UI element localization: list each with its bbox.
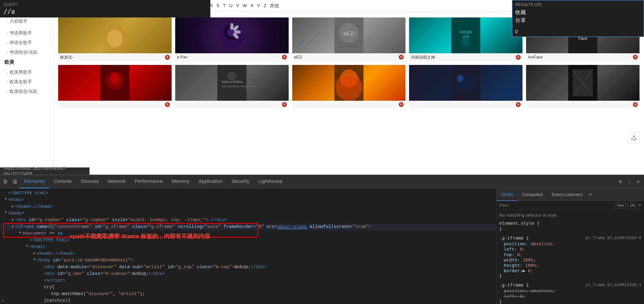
results-panel: RESULTS (25) 收藏 分享 0 [512, 0, 644, 37]
sidebar-item-settled[interactable]: 入驻歌手 [0, 16, 54, 26]
artist-card-9[interactable]: A [409, 65, 522, 108]
sidebar-item-cn-group[interactable]: 华语组合/乐队 [0, 48, 54, 57]
code-line-head2[interactable]: ▶ <head>…</head> [0, 251, 496, 257]
artist-thumb-10 [526, 65, 640, 101]
tab-memory[interactable]: Memory [168, 175, 194, 188]
settings-btn[interactable]: ⚙ [616, 178, 624, 186]
code-line-doctype: <!DOCTYPE html> [0, 190, 496, 197]
results-item-2[interactable]: 分享 [515, 16, 641, 25]
nav-v[interactable]: V [234, 2, 241, 9]
top-button[interactable]: ▲ TOP [628, 132, 640, 143]
styles-filter-input[interactable] [499, 203, 613, 208]
url-bar: https://music.163.com/artist?id=12127409 [0, 167, 90, 175]
styles-tab-styles[interactable]: Styles [496, 188, 518, 201]
tab-sources[interactable]: Sources [76, 175, 103, 188]
close-devtools-btn[interactable]: ✕ [634, 178, 642, 186]
nav-other[interactable]: 其他 [268, 2, 280, 10]
nav-z[interactable]: Z [262, 2, 268, 9]
svg-point-32 [338, 76, 360, 90]
nav-x[interactable]: X [249, 2, 255, 9]
nav-s[interactable]: S [214, 2, 221, 9]
artist-card-7[interactable]: МаБнал М43Бlка MAULIAN MUSIC PRODUCTION … [175, 65, 289, 108]
style-rule-g-iframe-2: .g-iframe { pt_frame_6f…ea90224dd:1 posi… [499, 282, 641, 304]
tab-application[interactable]: Application [194, 175, 227, 188]
artist-thumb-6 [58, 65, 172, 101]
results-count: 0 [515, 29, 641, 35]
artist-thumb-8 [292, 65, 406, 101]
tab-console[interactable]: Console [49, 175, 76, 188]
more-options-btn[interactable]: ⋮ [625, 178, 633, 186]
svg-text:Face: Face [578, 36, 588, 41]
nav-w[interactable]: W [241, 2, 249, 9]
cls-badge[interactable]: .cls [628, 202, 636, 208]
tab-performance[interactable]: Performance [130, 175, 168, 188]
top-label: TOP [631, 138, 637, 141]
svg-point-35 [457, 75, 464, 82]
code-line-matchnav: top.matchNav("discover", "artist"); [0, 291, 496, 298]
styles-more-btn[interactable]: » [587, 192, 594, 197]
artist-card-1[interactable]: 林加弦- A [58, 18, 172, 61]
styles-panel: Styles Computed Event Listeners » :hov .… [496, 188, 644, 304]
query-panel: QUERY //a [0, 0, 210, 18]
device-mode-btn[interactable] [11, 178, 19, 186]
artist-card-10[interactable]: A [526, 65, 640, 108]
artist-badge-4: A [516, 55, 521, 60]
artist-card-2[interactable]: α·Pav A [175, 18, 289, 61]
code-line-body[interactable]: ▼ <body> [0, 210, 496, 217]
code-line-topbar[interactable]: ▶ <div id="g-topbar" class="g-topbar" st… [0, 217, 496, 224]
code-line-html[interactable]: ▼ <html> [0, 197, 496, 204]
svg-point-28 [227, 72, 236, 81]
add-style-btn[interactable]: + [638, 203, 641, 208]
sidebar-item-cn-female[interactable]: 华语女歌手 [0, 38, 54, 48]
results-item-1[interactable]: 收藏 [515, 8, 641, 16]
inspect-element-btn[interactable] [2, 178, 10, 186]
svg-text:aEZi: aEZi [343, 31, 354, 37]
nav-y[interactable]: Y [255, 2, 262, 9]
artist-name-1: 林加弦- [60, 55, 74, 60]
artist-info-9: A [409, 101, 522, 108]
svg-point-9 [234, 30, 241, 34]
sidebar-item-w-group[interactable]: 欧美组合/乐队 [0, 87, 54, 96]
artist-card-3[interactable]: aEZi aEZi A [292, 18, 406, 61]
expand-more-btn[interactable]: ⋯ [2, 298, 4, 304]
svg-point-3 [107, 30, 122, 48]
artist-info-7: A [175, 101, 289, 108]
sidebar-item-w-female[interactable]: 欧美女歌手 [0, 77, 54, 87]
artist-card-4[interactable]: 河南说唱 之神 河南说唱之神 A [409, 18, 522, 61]
svg-text:河南说唱: 河南说唱 [460, 30, 472, 34]
code-line-iframe[interactable]: ▶ <iframe name= "contentFrame" id="g_ifr… [0, 224, 496, 231]
artist-info-1: 林加弦- A [58, 53, 172, 61]
artist-thumb-2 [175, 18, 289, 53]
code-line-html2[interactable]: ▼ <html> [0, 244, 496, 251]
artist-thumb-9 [409, 65, 522, 101]
code-line-div-nav[interactable]: <div id="g_nav" class="m-subnav" > &nbsp… [0, 271, 496, 277]
styles-filter: :hov .cls + [496, 201, 644, 210]
sidebar-item-w-male[interactable]: 欧美男歌手 [0, 67, 54, 77]
tab-security[interactable]: Security [227, 175, 254, 188]
styles-tab-computed[interactable]: Computed [518, 188, 547, 201]
code-line-script[interactable]: <script> [0, 277, 496, 284]
tab-lighthouse[interactable]: Lighthouse [254, 175, 287, 188]
sidebar-item-cn-male[interactable]: 华语男歌手 [0, 28, 54, 38]
artist-card-6[interactable]: A [58, 65, 172, 108]
artist-card-8[interactable]: A [292, 65, 406, 108]
artist-badge-1: A [165, 55, 170, 60]
tab-network[interactable]: Network [103, 175, 130, 188]
nav-t[interactable]: T [221, 2, 228, 9]
artist-badge-8: A [399, 102, 404, 107]
no-selector-text: No matching selector or style [499, 213, 641, 218]
artist-name-2: α·Pav [177, 55, 187, 60]
svg-text:МаБнал М43Бlка: МаБнал М43Бlка [222, 80, 243, 84]
code-line-div-discover[interactable]: <div data-module="discover" data-sub="ar… [0, 264, 496, 271]
hov-badge[interactable]: :hov [615, 202, 626, 208]
style-rule-element: element.style { } [499, 220, 641, 232]
tab-elements[interactable]: Elements [20, 175, 49, 188]
styles-tab-event-listeners[interactable]: Event Listeners [547, 188, 587, 201]
code-line-document[interactable]: ▼ #document == $0 [0, 231, 496, 237]
nav-u[interactable]: U [228, 2, 234, 9]
code-line-head[interactable]: ▶ <head>…</head> [0, 204, 496, 210]
top-arrow-icon: ▲ [632, 134, 636, 138]
sidebar-section-western: 欧美 [0, 57, 54, 67]
code-line-body2[interactable]: ▼ <body id="auto-id-bm1NMrBOx88m5Xxl" > [0, 257, 496, 264]
url-text: https://music.163.com/artist?id=12127409 [4, 165, 86, 175]
